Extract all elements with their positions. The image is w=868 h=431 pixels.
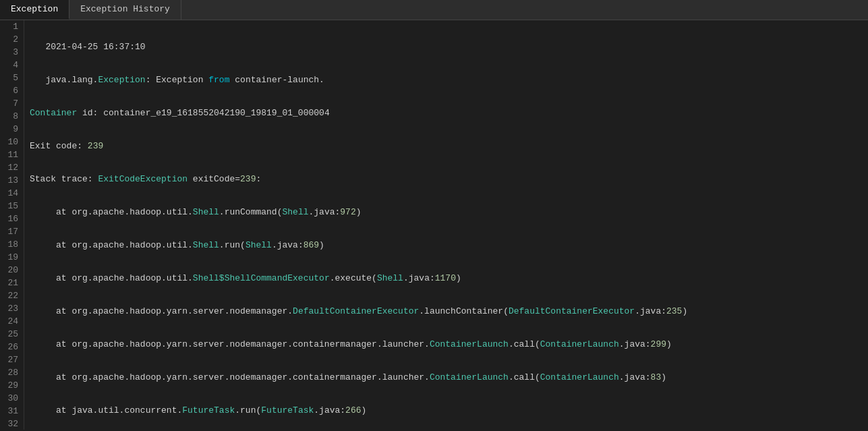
tab-exception-history[interactable]: Exception History (69, 0, 181, 20)
code-line: at org.apache.hadoop.util.Shell.run(Shel… (30, 239, 868, 252)
code-line: Exit code: 239 (30, 140, 868, 152)
code-lines: 2021-04-25 16:37:10 java.lang.Exception:… (24, 20, 868, 430)
line-numbers: 1 2 3 4 5 6 7 8 9 10 11 12 13 14 15 16 1… (0, 20, 24, 430)
code-line: java.lang.Exception: Exception from cont… (30, 74, 868, 86)
code-line: at org.apache.hadoop.util.Shell$ShellCom… (30, 272, 868, 285)
code-line: at org.apache.hadoop.yarn.server.nodeman… (30, 305, 868, 318)
code-area: 1 2 3 4 5 6 7 8 9 10 11 12 13 14 15 16 1… (0, 20, 868, 430)
code-line: Container id: container_e19_161855204219… (30, 107, 868, 119)
code-line: 2021-04-25 16:37:10 (30, 40, 868, 53)
code-line: at org.apache.hadoop.yarn.server.nodeman… (30, 338, 868, 351)
code-line: Stack trace: ExitCodeException exitCode=… (30, 173, 868, 185)
code-line: at org.apache.hadoop.util.Shell.runComma… (30, 206, 868, 219)
tab-exception[interactable]: Exception (0, 0, 69, 20)
tabs-bar: Exception Exception History (0, 0, 868, 20)
code-line: at org.apache.hadoop.yarn.server.nodeman… (30, 371, 868, 384)
code-line: at java.util.concurrent.FutureTask.run(F… (30, 404, 868, 417)
